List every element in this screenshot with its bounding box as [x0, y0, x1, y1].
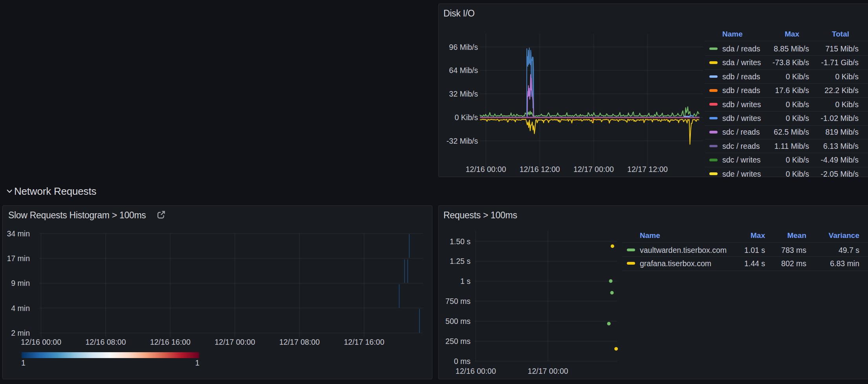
svg-text:2 min: 2 min — [11, 329, 30, 337]
svg-text:12/17 00:00: 12/17 00:00 — [573, 165, 614, 174]
svg-text:1 s: 1 s — [460, 277, 471, 285]
svg-text:-32 Mib/s: -32 Mib/s — [447, 137, 478, 145]
svg-text:0 ms: 0 ms — [454, 357, 471, 366]
svg-text:1.25 s: 1.25 s — [450, 257, 471, 265]
svg-text:12/17 00:00: 12/17 00:00 — [528, 367, 568, 375]
svg-text:12/17 00:00: 12/17 00:00 — [214, 338, 255, 346]
svg-text:12/16 16:00: 12/16 16:00 — [150, 338, 190, 346]
svg-text:0 Kib/s: 0 Kib/s — [454, 113, 478, 122]
svg-text:12/17 16:00: 12/17 16:00 — [344, 338, 384, 346]
svg-text:500 ms: 500 ms — [445, 317, 471, 325]
svg-text:64 Mib/s: 64 Mib/s — [449, 66, 478, 75]
svg-text:12/16 00:00: 12/16 00:00 — [465, 165, 506, 174]
svg-text:9 min: 9 min — [11, 279, 30, 287]
svg-text:12/17 08:00: 12/17 08:00 — [279, 338, 320, 346]
svg-text:12/17 12:00: 12/17 12:00 — [627, 165, 668, 174]
svg-text:32 Mib/s: 32 Mib/s — [449, 90, 478, 98]
svg-text:250 ms: 250 ms — [445, 337, 471, 346]
svg-text:1.50 s: 1.50 s — [450, 237, 471, 246]
svg-text:17 min: 17 min — [7, 254, 30, 263]
svg-text:34 min: 34 min — [7, 229, 30, 238]
svg-text:4 min: 4 min — [11, 304, 30, 313]
svg-text:12/16 08:00: 12/16 08:00 — [85, 338, 126, 346]
svg-text:750 ms: 750 ms — [445, 297, 471, 305]
svg-text:12/16 00:00: 12/16 00:00 — [456, 367, 496, 375]
svg-text:96 Mib/s: 96 Mib/s — [449, 43, 478, 51]
svg-text:12/16 00:00: 12/16 00:00 — [21, 338, 61, 346]
svg-text:12/16 12:00: 12/16 12:00 — [520, 165, 560, 174]
